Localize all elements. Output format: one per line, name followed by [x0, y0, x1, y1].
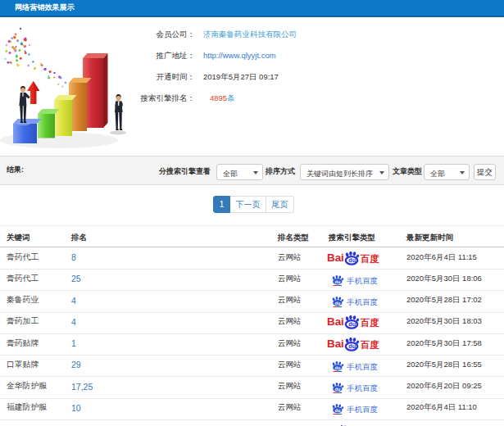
- svg-text:du: du: [348, 342, 356, 350]
- svg-text:手机百度: 手机百度: [347, 275, 378, 284]
- svg-text:手机百度: 手机百度: [347, 405, 378, 414]
- svg-text:百度: 百度: [360, 338, 379, 349]
- svg-text:Bai: Bai: [327, 316, 344, 329]
- svg-text:du: du: [348, 256, 356, 264]
- svg-text:手机百度: 手机百度: [347, 297, 378, 306]
- svg-text:du: du: [335, 387, 341, 392]
- svg-text:百度: 百度: [360, 252, 379, 263]
- svg-text:Bai: Bai: [327, 338, 344, 350]
- svg-text:Bai: Bai: [327, 252, 344, 264]
- svg-text:du: du: [335, 301, 341, 306]
- svg-text:du: du: [335, 408, 341, 413]
- svg-text:手机百度: 手机百度: [347, 383, 378, 392]
- svg-text:du: du: [335, 365, 341, 369]
- svg-text:du: du: [335, 279, 341, 283]
- svg-text:百度: 百度: [360, 317, 379, 328]
- svg-text:du: du: [348, 321, 356, 329]
- svg-text:手机百度: 手机百度: [347, 361, 378, 370]
